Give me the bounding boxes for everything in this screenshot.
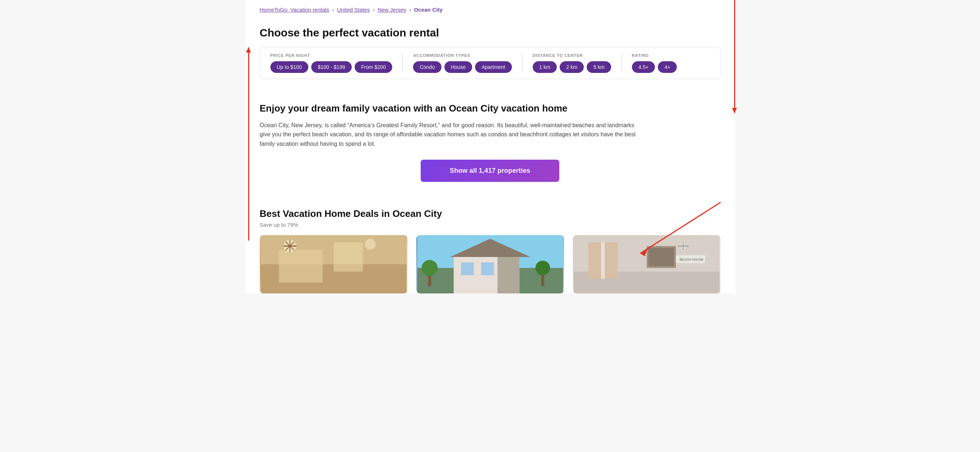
pill-4-plus[interactable]: 4+ — [658, 61, 677, 73]
svg-rect-5 — [334, 243, 363, 271]
property-card-img-2 — [416, 235, 564, 293]
svg-line-0 — [640, 202, 721, 253]
pill-apartment[interactable]: Apartment — [475, 61, 512, 73]
accommodation-label: ACCOMMODATION TYPES — [413, 53, 512, 58]
breadcrumb-item-hometogo[interactable]: HomeToGo: Vacation rentals — [260, 6, 329, 13]
pill-4-5-plus[interactable]: 4.5+ — [632, 61, 655, 73]
rating-pills: 4.5+ 4+ — [632, 61, 677, 73]
property-card-img-1 — [260, 235, 407, 293]
filter-group-price: PRICE PER NIGHT Up to $100 $100 - $199 F… — [260, 53, 403, 73]
property-card-2[interactable] — [416, 235, 564, 293]
accommodation-pills: Condo House Apartment — [413, 61, 512, 73]
breadcrumb-item-new-jersey[interactable]: New Jersey — [378, 6, 406, 13]
distance-label: DISTANCE TO CENTER — [533, 53, 611, 58]
breadcrumb-sep-3: › — [409, 6, 412, 13]
price-pills: Up to $100 $100 - $199 From $200 — [270, 61, 393, 73]
annotation-arrow-diagonal — [619, 199, 735, 271]
filter-bar: PRICE PER NIGHT Up to $100 $100 - $199 F… — [260, 47, 721, 79]
dream-section: Enjoy your dream family vacation with an… — [260, 99, 721, 205]
price-label: PRICE PER NIGHT — [270, 53, 393, 58]
breadcrumb-sep-2: › — [373, 6, 376, 13]
svg-rect-17 — [461, 262, 474, 275]
distance-pills: 1 km 2 km 5 km — [533, 61, 611, 73]
pill-house[interactable]: House — [444, 61, 472, 73]
svg-rect-26 — [588, 243, 601, 279]
svg-rect-15 — [497, 257, 519, 293]
rating-label: RATING — [632, 53, 677, 58]
pill-condo[interactable]: Condo — [413, 61, 441, 73]
property-card-1[interactable] — [260, 235, 407, 293]
breadcrumb-item-ocean-city: Ocean City — [414, 6, 442, 13]
svg-point-22 — [535, 261, 550, 275]
svg-rect-27 — [605, 243, 617, 279]
annotation-arrow-left — [248, 48, 249, 241]
filter-group-rating: RATING 4.5+ 4+ — [621, 53, 687, 73]
pill-1km[interactable]: 1 km — [533, 61, 557, 73]
pill-2km[interactable]: 2 km — [560, 61, 584, 73]
svg-rect-4 — [279, 250, 323, 282]
pill-from-200[interactable]: From $200 — [355, 61, 393, 73]
pill-up-to-100[interactable]: Up to $100 — [270, 61, 309, 73]
dream-body: Ocean City, New Jersey, is called “Ameri… — [260, 121, 643, 149]
choose-title: Choose the perfect vacation rental — [260, 27, 721, 39]
breadcrumb-sep-1: › — [332, 6, 335, 13]
svg-rect-18 — [481, 262, 494, 275]
breadcrumb-item-united-states[interactable]: United States — [337, 6, 370, 13]
page-wrapper: HomeToGo: Vacation rentals › United Stat… — [245, 0, 735, 293]
breadcrumb: HomeToGo: Vacation rentals › United Stat… — [260, 0, 721, 16]
filter-group-distance: DISTANCE TO CENTER 1 km 2 km 5 km — [522, 53, 621, 73]
show-all-button[interactable]: Show all 1,417 properties — [421, 160, 559, 182]
filter-group-accommodation: ACCOMMODATION TYPES Condo House Apartmen… — [402, 53, 522, 73]
pill-5km[interactable]: 5 km — [587, 61, 611, 73]
choose-section: Choose the perfect vacation rental PRICE… — [260, 16, 721, 99]
dream-title: Enjoy your dream family vacation with an… — [260, 102, 721, 115]
svg-point-7 — [364, 239, 375, 250]
annotation-arrow-right-top — [734, 0, 735, 113]
svg-point-20 — [422, 260, 438, 276]
pill-100-199[interactable]: $100 - $199 — [311, 61, 352, 73]
